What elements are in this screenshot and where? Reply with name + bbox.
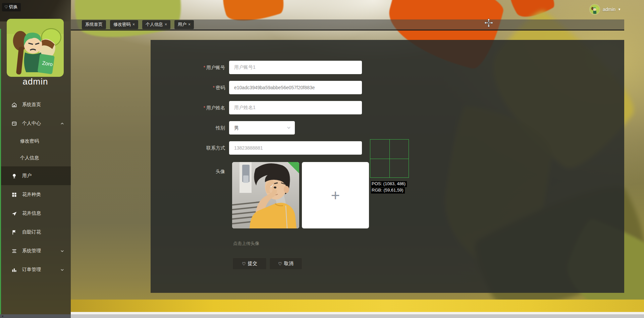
heart-icon: ♡	[278, 261, 282, 266]
tab-label: 用户	[178, 21, 186, 28]
sidebar-item-label: 个人信息	[20, 155, 39, 161]
inspector-grid-hline	[370, 159, 409, 159]
form-row-name: *用户姓名	[151, 101, 362, 114]
horizontal-scrollbar-thumb[interactable]: ◄	[0, 314, 71, 318]
form-row-password: *密码	[151, 81, 362, 94]
sidebar-menu: 系统首页 个人中心 修改密码 个人信息 用户 花卉种类	[0, 95, 71, 279]
page-bottom-edge	[71, 312, 644, 314]
gender-select[interactable]: 男	[229, 121, 295, 135]
plus-icon: +	[331, 188, 340, 203]
password-field[interactable]	[229, 81, 362, 94]
inspector-rgb-readout: RGB: (59,61,59)	[371, 188, 405, 194]
sidebar-item-order-management[interactable]: 订单管理	[0, 260, 71, 279]
send-icon	[11, 211, 17, 216]
avatar-field-label: 头像	[151, 165, 229, 178]
chevron-up-icon	[60, 122, 64, 125]
sidebar-item-label: 订单管理	[22, 267, 41, 273]
avatar-upload-button[interactable]: +	[302, 162, 369, 228]
sidebar-item-label: 用户	[22, 173, 32, 179]
submit-button[interactable]: ♡ 提交	[232, 258, 267, 270]
sidebar-item-personal-info[interactable]: 个人信息	[0, 150, 71, 166]
sidebar: Zoro admin 系统首页 个人中心 修改密码 个人信息 用户	[0, 0, 71, 314]
field-label: 联系方式	[151, 141, 229, 155]
sidebar-item-personal-center[interactable]: 个人中心	[0, 114, 71, 133]
left-edge-accent-line	[0, 29, 1, 314]
gender-select-value: 男	[234, 125, 239, 130]
sidebar-item-label: 系统首页	[22, 102, 41, 108]
sidebar-item-change-password[interactable]: 修改密码	[0, 133, 71, 150]
tab-users[interactable]: 用户 ×	[174, 20, 194, 29]
contact-field[interactable]	[229, 141, 362, 155]
tab-change-password[interactable]: 修改密码 ×	[110, 20, 138, 29]
home-icon	[11, 102, 17, 108]
sidebar-item-label: 个人中心	[22, 120, 41, 126]
name-field[interactable]	[229, 101, 362, 114]
user-edit-form-panel: *用户账号 *密码 *用户姓名 性别 男 联系方式 头像	[151, 40, 624, 293]
postcard-icon	[11, 121, 17, 126]
required-marker: *	[213, 85, 215, 90]
chart-icon	[11, 267, 17, 273]
sidebar-item-label: 花卉信息	[22, 210, 41, 216]
pixel-inspector-grid	[370, 139, 409, 178]
field-label: *用户姓名	[151, 101, 229, 114]
location-icon	[11, 173, 17, 179]
tab-close-icon[interactable]: ×	[188, 22, 191, 27]
topbar-avatar	[590, 4, 600, 14]
topbar-username: admin	[603, 7, 615, 12]
sidebar-username: admin	[0, 76, 71, 87]
sidebar-avatar-image: Zoro	[7, 19, 64, 77]
tab-label: 修改密码	[113, 21, 131, 28]
scroll-left-arrow-icon: ◄	[1, 315, 4, 318]
form-row-account: *用户账号	[151, 61, 362, 74]
caret-down-icon: ▼	[618, 8, 621, 11]
submit-label: 提交	[248, 261, 257, 267]
sidebar-item-label: 修改密码	[20, 138, 39, 144]
avatar-photo-thumbnail[interactable]: ✓	[232, 162, 299, 228]
selected-badge	[288, 162, 299, 173]
tab-label: 系统首页	[85, 21, 103, 28]
tab-label: 个人信息	[146, 21, 163, 28]
sidebar-item-flower-info[interactable]: 花卉信息	[0, 204, 71, 223]
topbar-user-menu[interactable]: admin ▼	[590, 3, 621, 15]
heart-icon: ♡	[4, 5, 8, 9]
check-icon: ✓	[270, 183, 274, 189]
flag-icon	[11, 229, 17, 235]
tab-close-icon[interactable]: ×	[165, 22, 167, 27]
theme-switch-button[interactable]: ♡切换	[2, 3, 21, 11]
cancel-label: 取消	[284, 261, 293, 267]
sidebar-item-users[interactable]: 用户	[0, 166, 71, 185]
zoro-cartoon-avatar-small	[590, 4, 600, 14]
background-yellow-band	[71, 300, 644, 312]
form-row-gender: 性别 男	[151, 121, 295, 135]
field-label: 性别	[151, 121, 229, 135]
chevron-down-icon	[60, 268, 64, 272]
horizontal-scrollbar[interactable]: ◄	[0, 314, 644, 318]
switch-label: 切换	[9, 4, 18, 9]
sidebar-item-home[interactable]: 系统首页	[0, 95, 71, 114]
required-marker: *	[204, 105, 205, 110]
list-icon	[11, 248, 17, 254]
account-field[interactable]	[229, 61, 362, 74]
app-window: Zoro admin 系统首页 个人中心 修改密码 个人信息 用户	[0, 0, 644, 318]
tab-bar: 系统首页 修改密码 × 个人信息 × 用户 ×	[71, 19, 624, 31]
form-row-contact: 联系方式	[151, 141, 362, 155]
sidebar-item-system-management[interactable]: 系统管理	[0, 242, 71, 260]
sidebar-item-label: 系统管理	[22, 248, 41, 254]
inspector-pos-readout: POS: (1083, 486)	[371, 181, 407, 187]
pixel-inspector-readout: POS: (1083, 486) RGB: (59,61,59)	[371, 181, 407, 194]
heart-icon: ♡	[242, 261, 246, 266]
tab-close-icon[interactable]: ×	[132, 22, 135, 27]
chevron-down-icon	[60, 249, 64, 253]
tab-home[interactable]: 系统首页	[82, 20, 106, 29]
sidebar-item-flower-types[interactable]: 花卉种类	[0, 185, 71, 204]
field-label: *用户账号	[151, 61, 229, 74]
upload-hint-text[interactable]: 点击上传头像	[233, 241, 259, 247]
tab-personal-info[interactable]: 个人信息 ×	[142, 20, 170, 29]
cancel-button[interactable]: ♡ 取消	[269, 258, 302, 270]
sidebar-item-label: 自助订花	[22, 229, 41, 235]
sidebar-item-self-order[interactable]: 自助订花	[0, 223, 71, 242]
zoro-cartoon-avatar: Zoro	[7, 19, 64, 77]
field-label: *密码	[151, 81, 229, 94]
sidebar-item-label: 花卉种类	[22, 192, 41, 198]
required-marker: *	[204, 65, 205, 70]
